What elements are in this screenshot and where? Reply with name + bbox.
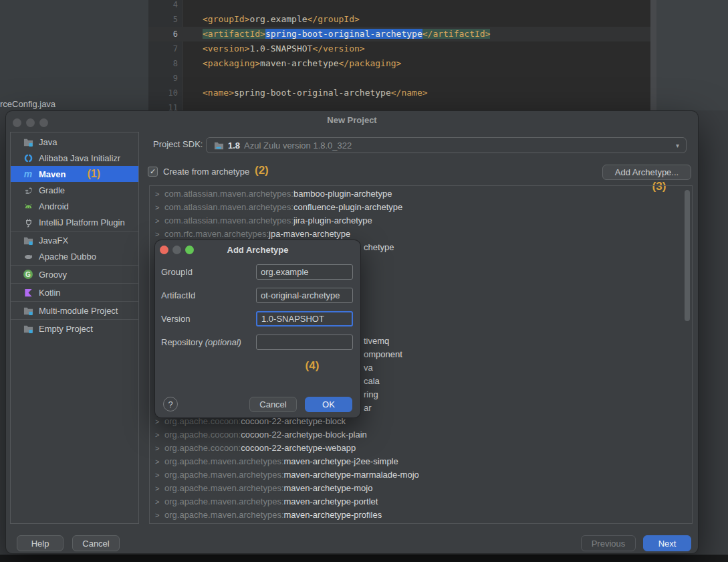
project-type-sidebar: JavaAlibaba Java InitializrmMaven(1)Grad…	[10, 132, 139, 524]
sidebar-item-label: JavaFX	[39, 236, 68, 246]
archetype-name: maven-archetype-portlet	[284, 495, 378, 508]
sidebar-item-label: Groovy	[39, 270, 67, 280]
sidebar-item-intellij-platform-plugin[interactable]: IntelliJ Platform Plugin	[11, 214, 138, 230]
code-line-7: <version>1.0-SNAPSHOT</version>	[203, 41, 490, 56]
optional-hint: (optional)	[205, 337, 241, 347]
javafx-module-icon	[23, 235, 33, 246]
chevron-right-icon[interactable]: >	[155, 187, 164, 201]
archetype-group-prefix: org.apache.maven.archetypes:	[164, 468, 284, 482]
chevron-right-icon[interactable]: >	[155, 508, 164, 522]
sidebar-item-label: Maven	[39, 169, 66, 179]
field-row-repository: Repository (optional)	[155, 335, 360, 350]
archetype-row-maven-archetype-marmalade-mojo[interactable]: >org.apache.maven.archetypes:maven-arche…	[150, 468, 419, 482]
sidebar-item-multi-module-project[interactable]: Multi-module Project	[11, 302, 138, 318]
editor-scrollbar[interactable]	[650, 0, 656, 110]
chevron-right-icon[interactable]: >	[155, 442, 164, 455]
archetype-row-cocoon-22-archetype-block-plain[interactable]: >org.apache.cocoon:cocoon-22-archetype-b…	[150, 428, 367, 442]
archetype-row-maven-archetype-mojo[interactable]: >org.apache.maven.archetypes:maven-arche…	[150, 482, 372, 495]
sidebar-item-maven[interactable]: mMaven(1)	[11, 166, 138, 182]
repository-input[interactable]	[256, 335, 353, 350]
list-scrollbar-thumb[interactable]	[685, 190, 690, 321]
next-button[interactable]: Next	[643, 535, 691, 551]
archetype-name: bamboo-plugin-archetype	[293, 187, 392, 201]
chevron-right-icon[interactable]: >	[155, 495, 164, 508]
line-number: 10	[148, 86, 178, 100]
code-segment: <artifactId>	[203, 29, 265, 39]
chevron-right-icon[interactable]: >	[155, 214, 164, 227]
sidebar-item-gradle[interactable]: Gradle	[11, 182, 138, 198]
sidebar-item-empty-project[interactable]: Empty Project	[11, 320, 138, 337]
groupid-input[interactable]	[256, 264, 353, 280]
sidebar-separator	[11, 265, 138, 266]
code-line-11	[203, 100, 490, 110]
sidebar-item-label: Gradle	[39, 185, 65, 195]
code-segment: <name>	[203, 88, 234, 98]
add-archetype-button[interactable]: Add Archetype...	[602, 165, 691, 180]
editor-line-numbers: 4567891011	[148, 0, 178, 110]
sidebar-item-kotlin[interactable]: Kotlin	[11, 284, 138, 300]
previous-button[interactable]: Previous	[581, 535, 636, 551]
sidebar-item-label: Java	[39, 137, 57, 147]
project-tree-item[interactable]: rceConfig.java	[0, 99, 55, 109]
dubbo-icon	[23, 251, 33, 262]
sidebar-item-java[interactable]: Java	[11, 134, 138, 150]
sidebar-item-alibaba-java-initializr[interactable]: Alibaba Java Initializr	[11, 150, 138, 166]
project-sdk-select[interactable]: 1.8 Azul Zulu version 1.8.0_322 ▾	[206, 137, 687, 153]
archetype-group-prefix: com.atlassian.maven.archetypes:	[164, 201, 293, 214]
chevron-right-icon[interactable]: >	[155, 428, 164, 442]
archetype-row-cocoon-22-archetype-webapp[interactable]: >org.apache.cocoon:cocoon-22-archetype-w…	[150, 442, 356, 455]
maven-icon: m	[23, 169, 33, 179]
chevron-right-icon[interactable]: >	[155, 482, 164, 495]
cancel-button[interactable]: Cancel	[249, 397, 297, 412]
field-row-artifactid: ArtifactId	[155, 288, 360, 303]
sidebar-item-groovy[interactable]: GGroovy	[11, 266, 138, 282]
code-segment: spring-boot-original-archetype	[234, 88, 391, 98]
chevron-right-icon[interactable]: >	[155, 455, 164, 468]
ok-button[interactable]: OK	[305, 397, 352, 412]
archetype-row-jpa-maven-archetype[interactable]: >com.rfc.maven.archetypes:jpa-maven-arch…	[150, 227, 350, 241]
sidebar-separator	[11, 301, 138, 302]
help-button[interactable]: ?	[163, 397, 178, 411]
empty-project-icon	[23, 323, 33, 334]
code-editor[interactable]: 4567891011 <groupId>org.example</groupId…	[148, 0, 656, 110]
archetype-name: jira-plugin-archetype	[293, 214, 372, 227]
help-button[interactable]: Help	[17, 535, 64, 551]
code-segment: </packaging>	[339, 58, 402, 68]
code-segment: <groupId>	[203, 14, 249, 24]
sidebar-item-android[interactable]: Android	[11, 198, 138, 214]
code-line-6: <artifactId>spring-boot-original-archety…	[203, 27, 490, 41]
sidebar-separator	[11, 283, 138, 284]
chevron-right-icon[interactable]: >	[155, 201, 164, 214]
archetype-name: maven-archetype-mojo	[284, 482, 373, 495]
sidebar-item-apache-dubbo[interactable]: Apache Dubbo	[11, 248, 138, 264]
android-icon	[23, 201, 33, 211]
chevron-right-icon[interactable]: >	[155, 468, 164, 482]
cancel-button[interactable]: Cancel	[72, 535, 120, 551]
code-segment: </version>	[312, 43, 364, 54]
archetype-name: maven-archetype-profiles	[284, 508, 382, 522]
project-sdk-label: Project SDK:	[153, 139, 203, 149]
java-module-icon	[23, 136, 33, 147]
archetype-name: maven-archetype-marmalade-mojo	[284, 468, 419, 482]
archetype-row-maven-archetype-portlet[interactable]: >org.apache.maven.archetypes:maven-arche…	[150, 495, 378, 508]
archetype-group-prefix: org.apache.cocoon:	[164, 442, 241, 455]
archetype-row-fragment: tivemq	[364, 335, 389, 348]
sidebar-item-javafx[interactable]: JavaFX	[11, 232, 138, 248]
archetype-row-fragment: va	[364, 361, 373, 375]
field-row-groupid: GroupId	[155, 264, 360, 280]
archetype-row-confluence-plugin-archetype[interactable]: >com.atlassian.maven.archetypes:confluen…	[150, 201, 402, 214]
archetype-row-jira-plugin-archetype[interactable]: >com.atlassian.maven.archetypes:jira-plu…	[150, 214, 372, 227]
sidebar-item-label: Kotlin	[39, 288, 61, 298]
code-segment: <version>	[203, 43, 249, 54]
create-from-archetype-checkbox[interactable]: ✓	[148, 167, 158, 177]
archetype-row-bamboo-plugin-archetype[interactable]: >com.atlassian.maven.archetypes:bamboo-p…	[150, 187, 392, 201]
archetype-row-maven-archetype-profiles[interactable]: >org.apache.maven.archetypes:maven-arche…	[150, 508, 382, 522]
project-tool-window: rceConfig.java	[0, 0, 148, 110]
artifactid-input[interactable]	[256, 288, 353, 303]
version-input[interactable]	[256, 311, 353, 326]
code-line-9	[203, 71, 490, 86]
chevron-right-icon[interactable]: >	[155, 227, 164, 241]
check-icon: ✓	[150, 167, 156, 175]
ide-bottom-strip	[0, 555, 728, 562]
archetype-row-maven-archetype-j2ee-simple[interactable]: >org.apache.maven.archetypes:maven-arche…	[150, 455, 398, 468]
